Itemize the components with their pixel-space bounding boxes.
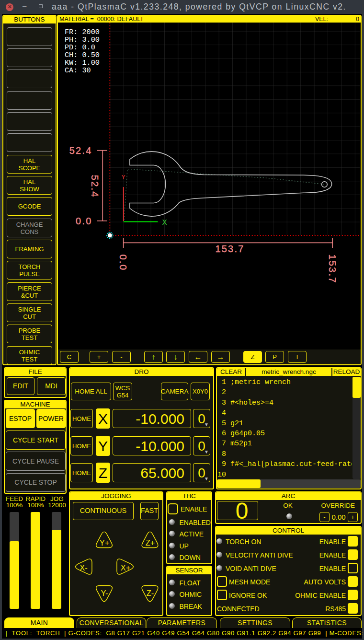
svg-text:X+: X+ <box>121 563 131 572</box>
svg-text:X-: X- <box>80 563 88 572</box>
svg-text:153.7: 153.7 <box>215 244 244 254</box>
svg-text:CA: 30: CA: 30 <box>65 66 91 75</box>
svg-text:Y+: Y+ <box>100 538 110 547</box>
svg-text:52.4: 52.4 <box>69 145 92 156</box>
svg-text:X: X <box>162 218 167 227</box>
svg-text:0.0: 0.0 <box>118 255 128 271</box>
svg-text:Z-: Z- <box>147 589 154 597</box>
svg-text:52.4: 52.4 <box>90 175 100 198</box>
svg-text:Z+: Z+ <box>146 538 155 547</box>
svg-text:Y: Y <box>122 174 125 181</box>
svg-text:153.7: 153.7 <box>327 254 338 283</box>
svg-text:0.0: 0.0 <box>76 216 92 226</box>
svg-text:Y-: Y- <box>101 589 108 597</box>
